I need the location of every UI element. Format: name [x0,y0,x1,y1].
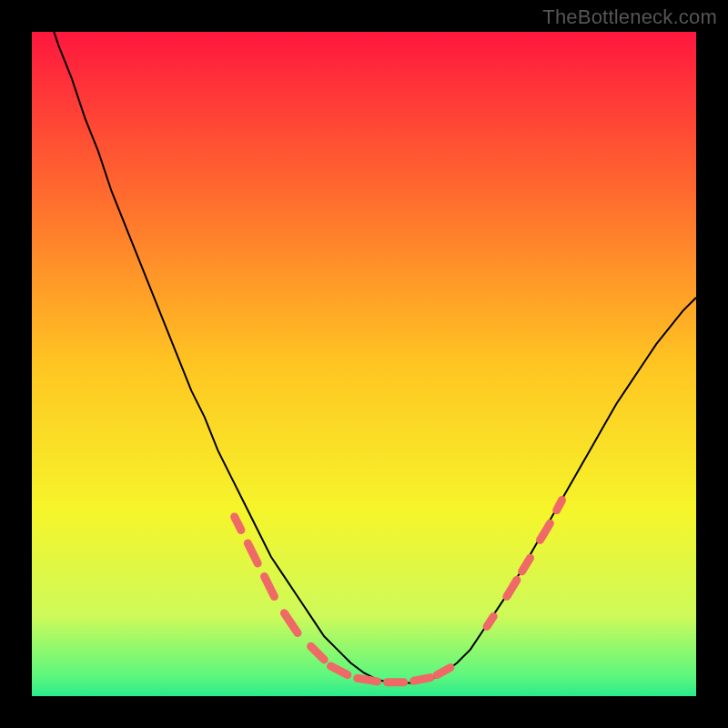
dash-segment [414,678,430,682]
chart-plot [32,32,696,696]
dash-segment [557,500,562,511]
dash-segment [487,616,493,626]
chart-background [32,32,696,696]
dash-segment [358,678,378,682]
chart-svg [32,32,696,696]
watermark-text: TheBottleneck.com [542,5,717,29]
chart-frame: TheBottleneck.com [0,0,728,728]
